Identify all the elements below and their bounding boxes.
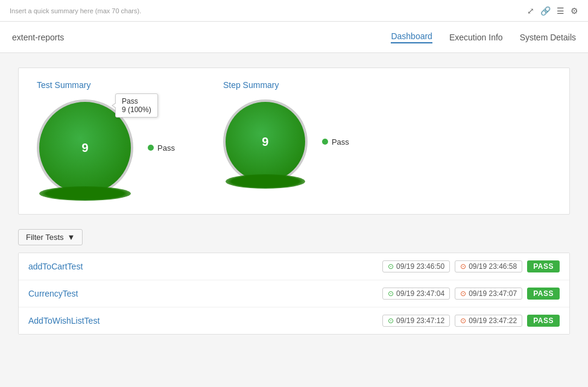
start-clock-icon: ⊙	[388, 289, 394, 298]
pie-disc: 9	[39, 102, 131, 194]
filter-tests-button[interactable]: Filter Tests ▼	[18, 229, 83, 245]
test-meta: ⊙ 09/19 23:47:04 ⊙ 09/19 23:47:07 PASS	[382, 288, 560, 300]
test-meta: ⊙ 09/19 23:47:12 ⊙ 09/19 23:47:22 PASS	[382, 315, 560, 327]
test-meta: ⊙ 09/19 23:46:50 ⊙ 09/19 23:46:58 PASS	[382, 260, 560, 272]
test-name[interactable]: addToCartTest	[28, 262, 83, 271]
test-summary-title: Test Summary	[37, 80, 90, 90]
nav-link-execution-info[interactable]: Execution Info	[449, 33, 503, 42]
link-icon[interactable]: 🔗	[540, 6, 551, 16]
legend-label-pass: Pass	[157, 143, 175, 153]
expand-icon[interactable]: ⤢	[527, 6, 534, 16]
step-summary-title: Step Summary	[223, 80, 279, 90]
menu-icon[interactable]: ☰	[557, 6, 564, 16]
end-clock-icon: ⊙	[460, 289, 466, 298]
test-summary-chart: Test Summary 9 Pass 9 (100%)	[37, 80, 175, 196]
test-row: addToCartTest ⊙ 09/19 23:46:50 ⊙ 09/19 2…	[19, 253, 569, 280]
step-legend-item-pass: Pass	[322, 137, 349, 146]
start-time: 09/19 23:47:04	[396, 289, 444, 298]
status-badge: PASS	[527, 315, 560, 327]
legend-dot-pass	[148, 145, 154, 151]
step-legend-dot-pass	[322, 139, 328, 145]
test-list: addToCartTest ⊙ 09/19 23:46:50 ⊙ 09/19 2…	[18, 253, 570, 335]
test-summary-pie[interactable]: 9	[37, 99, 133, 196]
end-time: 09/19 23:47:07	[469, 289, 517, 298]
top-bar: Insert a quick summary here (max 70 char…	[0, 0, 588, 22]
charts-section: Test Summary 9 Pass 9 (100%)	[18, 68, 570, 215]
step-legend-label-pass: Pass	[332, 137, 349, 146]
main-content: Test Summary 9 Pass 9 (100%)	[0, 53, 588, 387]
filter-tests-label: Filter Tests	[26, 233, 64, 242]
end-time-badge: ⊙ 09/19 23:46:58	[455, 260, 522, 272]
filter-section: Filter Tests ▼	[18, 229, 570, 245]
test-summary-pie-wrapper: 9 Pass 9 (100%)	[37, 99, 133, 196]
status-badge: PASS	[527, 260, 560, 272]
end-time: 09/19 23:46:58	[469, 262, 517, 271]
end-time-badge: ⊙ 09/19 23:47:07	[455, 288, 522, 300]
nav-link-system-details[interactable]: System Details	[520, 33, 576, 42]
step-pie-disc: 9	[226, 102, 305, 181]
nav-link-dashboard[interactable]: Dashboard	[391, 31, 432, 43]
start-clock-icon: ⊙	[388, 316, 394, 325]
end-time-badge: ⊙ 09/19 23:47:22	[455, 315, 522, 327]
end-clock-icon: ⊙	[460, 316, 466, 325]
filter-chevron-icon: ▼	[68, 233, 75, 242]
step-summary-pie[interactable]: 9	[223, 99, 308, 184]
step-summary-legend: Pass	[322, 137, 349, 146]
summary-placeholder: Insert a quick summary here (max 70 char…	[10, 7, 527, 14]
start-time: 09/19 23:46:50	[396, 262, 444, 271]
end-time: 09/19 23:47:22	[469, 316, 517, 325]
end-clock-icon: ⊙	[460, 262, 466, 271]
step-summary-body: 9 Pass	[223, 99, 349, 184]
start-time-badge: ⊙ 09/19 23:47:04	[382, 288, 450, 300]
settings-icon[interactable]: ⚙	[571, 6, 578, 16]
test-summary-legend: Pass	[148, 143, 175, 153]
test-name[interactable]: CurrencyTest	[28, 289, 78, 298]
start-time-badge: ⊙ 09/19 23:47:12	[382, 315, 450, 327]
test-summary-body: 9 Pass 9 (100%) Pass	[37, 99, 175, 196]
step-summary-chart: Step Summary 9 Pass	[223, 80, 349, 184]
test-row: CurrencyTest ⊙ 09/19 23:47:04 ⊙ 09/19 23…	[19, 280, 569, 307]
start-time: 09/19 23:47:12	[396, 316, 444, 325]
nav-brand: extent-reports	[12, 33, 64, 42]
start-time-badge: ⊙ 09/19 23:46:50	[382, 260, 450, 272]
top-bar-icons: ⤢ 🔗 ☰ ⚙	[527, 6, 578, 16]
start-clock-icon: ⊙	[388, 262, 394, 271]
nav-bar: extent-reports Dashboard Execution Info …	[0, 22, 588, 53]
test-row: AddToWishListTest ⊙ 09/19 23:47:12 ⊙ 09/…	[19, 307, 569, 334]
legend-item-pass: Pass	[148, 143, 175, 153]
status-badge: PASS	[527, 288, 560, 300]
test-name[interactable]: AddToWishListTest	[28, 316, 100, 326]
nav-links: Dashboard Execution Info System Details	[391, 31, 576, 43]
